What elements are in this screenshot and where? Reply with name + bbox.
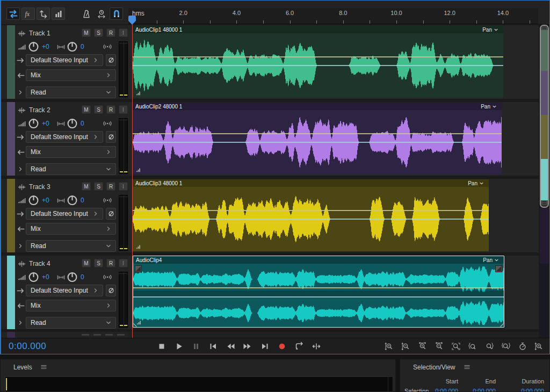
track-color-strip[interactable] xyxy=(7,179,15,252)
panel-menu-icon[interactable] xyxy=(40,363,48,371)
volume-knob[interactable] xyxy=(28,271,39,282)
volume-envelope-line[interactable] xyxy=(133,210,489,211)
meter-bars-button[interactable] xyxy=(52,8,65,20)
clip-lane[interactable]: AudioClip2 48000 1Pan xyxy=(128,102,539,176)
volume-knob[interactable] xyxy=(28,194,39,206)
snap-magnet-button[interactable] xyxy=(110,8,123,20)
record-arm-button[interactable]: R xyxy=(106,182,115,191)
automation-mode-selector[interactable]: Read xyxy=(26,86,116,98)
audio-clip[interactable]: AudioClip1 48000 1Pan xyxy=(133,26,503,98)
time-value[interactable]: 0:00.000 xyxy=(458,388,496,392)
scrollbar-thumb[interactable] xyxy=(540,25,549,208)
expand-track-button[interactable] xyxy=(17,319,24,326)
audio-clip[interactable]: AudioClip2 48000 1Pan xyxy=(133,103,502,175)
pause-button[interactable] xyxy=(187,340,204,353)
monitor-input-icon[interactable] xyxy=(102,119,113,128)
pan-knob[interactable] xyxy=(67,118,78,129)
clip-lane[interactable]: AudioClip4Pan xyxy=(128,256,539,329)
input-selector[interactable]: Default Stereo Input xyxy=(26,54,103,66)
fade-out-handle[interactable] xyxy=(495,265,502,272)
zoom-in-vertical-button[interactable] xyxy=(381,340,397,353)
track-color-strip[interactable] xyxy=(7,102,15,176)
expand-track-button[interactable] xyxy=(17,242,24,250)
volume-envelope-line[interactable] xyxy=(133,133,502,134)
clip-pan-selector[interactable]: Pan xyxy=(468,180,484,186)
volume-knob[interactable] xyxy=(28,118,39,129)
phase-invert-button[interactable] xyxy=(106,208,116,220)
metronome-button[interactable] xyxy=(79,8,93,20)
record-arm-button[interactable]: R xyxy=(106,28,115,37)
track-name[interactable]: Track 4 xyxy=(29,260,50,267)
clip-gain-icon[interactable] xyxy=(135,90,141,96)
audio-clip[interactable]: AudioClip3 48000 1Pan xyxy=(133,179,489,251)
zoom-out-horizontal-button[interactable] xyxy=(431,340,447,353)
phase-invert-button[interactable] xyxy=(106,131,116,143)
input-selector[interactable]: Default Stereo Input xyxy=(26,131,103,143)
waveform-multitrack-toggle-button[interactable] xyxy=(6,8,20,20)
zoom-reset-button[interactable] xyxy=(448,340,464,353)
track-color-strip[interactable] xyxy=(7,256,15,329)
input-monitor-button[interactable]: I xyxy=(119,182,128,191)
time-value[interactable]: 0:00.000 xyxy=(496,388,544,392)
zoom-full-button[interactable] xyxy=(531,340,547,353)
route-send-button[interactable] xyxy=(37,8,50,20)
input-monitor-button[interactable]: I xyxy=(119,259,128,267)
volume-envelope-line[interactable] xyxy=(133,287,504,288)
monitor-input-icon[interactable] xyxy=(102,42,113,52)
skip-selection-button[interactable] xyxy=(308,340,324,353)
go-to-end-button[interactable] xyxy=(256,340,273,353)
expand-track-button[interactable] xyxy=(17,89,24,96)
mute-button[interactable]: M xyxy=(82,105,91,114)
automation-mode-selector[interactable]: Read xyxy=(26,317,116,329)
output-selector[interactable]: Mix xyxy=(26,146,116,158)
input-selector[interactable]: Default Stereo Input xyxy=(26,285,103,296)
effects-fx-button[interactable]: fx xyxy=(21,8,35,20)
output-selector[interactable]: Mix xyxy=(26,300,116,311)
clip-gain-icon[interactable] xyxy=(135,243,141,250)
timer-record-button[interactable] xyxy=(515,340,531,353)
zoom-selection-button[interactable] xyxy=(498,340,514,353)
solo-button[interactable]: S xyxy=(94,105,103,114)
play-button[interactable] xyxy=(170,340,187,353)
automation-mode-selector[interactable]: Read xyxy=(26,240,116,252)
panel-menu-icon[interactable] xyxy=(463,363,471,371)
volume-knob[interactable] xyxy=(28,41,39,52)
fade-in-handle[interactable] xyxy=(135,265,142,272)
zoom-in-point-button[interactable] xyxy=(465,340,481,353)
clip-lane[interactable]: AudioClip3 48000 1Pan xyxy=(128,179,539,252)
automation-mode-selector[interactable]: Read xyxy=(26,163,116,175)
track-overview-scrollbar[interactable] xyxy=(540,24,549,338)
clip-pan-selector[interactable]: Pan xyxy=(482,27,499,33)
phase-invert-button[interactable] xyxy=(106,285,116,296)
rewind-button[interactable] xyxy=(222,340,238,353)
record-arm-button[interactable]: R xyxy=(106,105,115,114)
time-value[interactable]: 0:00.000 xyxy=(432,388,458,392)
expand-track-button[interactable] xyxy=(17,165,24,173)
monitor-input-icon[interactable] xyxy=(102,272,113,282)
pan-knob[interactable] xyxy=(67,271,78,282)
pan-knob[interactable] xyxy=(67,41,78,52)
clip-lane[interactable]: AudioClip1 48000 1Pan xyxy=(128,25,539,99)
volume-envelope-line[interactable] xyxy=(133,56,503,57)
clip-pan-selector[interactable]: Pan xyxy=(481,104,497,110)
zoom-out-vertical-button[interactable] xyxy=(398,340,414,353)
timeline-ruler[interactable]: hms 2.04.06.08.010.012.014.0 xyxy=(128,8,538,24)
input-monitor-button[interactable]: I xyxy=(119,105,128,114)
loop-playback-button[interactable] xyxy=(291,340,307,353)
pan-knob[interactable] xyxy=(67,194,78,206)
track-name[interactable]: Track 2 xyxy=(29,106,50,114)
solo-button[interactable]: S xyxy=(94,182,103,191)
input-monitor-button[interactable]: I xyxy=(119,28,128,37)
zoom-out-point-button[interactable] xyxy=(481,340,497,353)
audio-clip[interactable]: AudioClip4Pan xyxy=(133,256,504,328)
track-name[interactable]: Track 3 xyxy=(29,183,50,191)
mute-button[interactable]: M xyxy=(82,182,91,191)
solo-button[interactable]: S xyxy=(94,28,103,37)
output-selector[interactable]: Mix xyxy=(26,69,116,81)
go-to-start-button[interactable] xyxy=(205,340,221,353)
zoom-in-horizontal-button[interactable] xyxy=(415,340,431,353)
mute-button[interactable]: M xyxy=(82,259,91,267)
time-stretch-button[interactable] xyxy=(95,8,108,20)
mute-button[interactable]: M xyxy=(82,28,91,37)
track-name[interactable]: Track 1 xyxy=(29,30,50,37)
